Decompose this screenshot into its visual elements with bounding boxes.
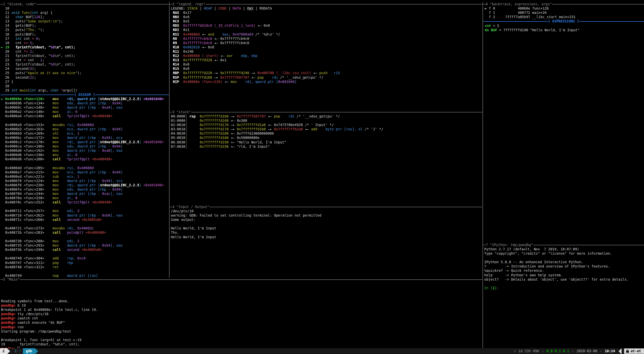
terminal-row: IPython 5.8.0 -- An enhanced Interactive… [484,260,629,264]
powerline-arrow-icon [619,348,622,354]
disasm-listing: ► 0x40068e <func+126> mov rdi, qword ptr… [1,97,164,278]
terminal-row: 22 cnt = cnt - 1; [1,58,81,62]
border-rule [533,245,644,245]
terminal-row: 0x4006a2 <func+146> mov al, 0 [1,110,164,114]
terminal-row: RSP 0x7fffffffd160 —▸ 0x7ffff7b97787 ◂— … [171,75,340,80]
terminal-row: RBP 0x7fffffffd220 —▸ 0x7fffffffd240 —▸ … [171,71,340,75]
terminal-row: R11 0x246 [171,49,340,54]
tmux-status-bar: 2 1 › gdb ↑ 1d 23h 49m ‹ 0.0 0.1 0.1 ‹ 2… [0,348,644,354]
terminal-row: 0x4006c2 <func+178> mov rdi, qword ptr [… [1,140,164,144]
pane-divider-right[interactable] [482,2,483,348]
terminal-row [1,222,164,226]
pane-header-label: 2 "legend, regs" [172,2,206,6]
terminal-row: pwndbg> cwatch cnt [1,316,98,320]
chevron-icon: › [19,348,23,354]
terminal-row: RAX 0x17 [171,11,340,15]
terminal-row: warning: GDB: Failed to set controlling … [171,213,321,218]
pane-legend-regs[interactable]: 2 "legend, regs" LEGEND: STACK | HEAP | … [169,0,483,110]
border-rule [36,4,169,5]
status-right: ↑ 1d 23h 49m ‹ 0.0 0.1 0.1 ‹ 2020-03-06 … [514,348,644,354]
pane-divider-left[interactable] [169,2,170,278]
terminal-row: RCX 0x5 [171,19,340,23]
terminal-row: 0x40072b <func+283> call puts@plt <0x400… [1,230,164,235]
separator-label: [ EXPRESSIONS ] [548,19,579,23]
hostname-badge: at-at [624,348,644,354]
terminal-row: 17 int cnt = 0; [1,37,81,41]
border-stub [1,279,3,280]
terminal-row: 0x4006bc <func+172> mov dword ptr [rbp -… [1,136,164,140]
terminal-row: help -> Python's own help system. [484,273,629,277]
terminal-row: 07:0038│ 0x7fffffffd198 ◂— "rld, I'm Inp… [171,144,383,149]
window-index[interactable]: 1 [13,348,19,354]
terminal-row [1,235,164,239]
separator-rule [483,21,548,22]
powerline-arrow-icon [7,348,10,354]
tmux-screen: 1 "disasm, code" 10 11 void func(int arg… [0,0,644,354]
terminal-row: 0x4006b9 <func+169> shl ecx, 1 [1,131,164,136]
session-badge[interactable]: 2 [0,348,7,354]
status-date: 2020-03-06 [577,349,597,353]
status-left: 2 1 › gdb [0,348,514,354]
pane-input-output[interactable]: 4 "Input / Output" /dev/pts/10warning: G… [169,205,483,277]
terminal-row: 27 } [1,80,81,84]
border-stub [483,245,486,245]
separator-expressions: [ EXPRESSIONS ] [483,19,644,23]
terminal-row: 12 char BUF[128]; [1,15,81,19]
load-average: 0.0 0.1 0.1 [546,349,569,353]
terminal-row: pwndbg> run [1,325,98,329]
pane-backtrace[interactable]: 6 "backtrace, expressions, args" ► f 0 4… [483,0,644,243]
ipython-listing: Python 2.7.17 (default, Nov 7 2019, 10:0… [484,247,629,290]
terminal-row: 0x400747 <func+311> pop rbp [1,261,164,265]
separator-disasm: [ DISASM ] [1,93,169,97]
terminal-row: 15 puts("Thx. "); [1,28,81,32]
border-rule [206,4,482,5]
gdb-console-listing: Reading symbols from test...done.pwndbg>… [1,299,98,351]
terminal-row: 14 gets(BUF); [1,23,81,28]
terminal-row: 23 fprintf(stdout, "%d\n", cnt); [1,62,81,67]
terminal-row: R8 0x7ffff7fcb4c0 ◂— 0x7ffff7fcb4c0 [171,37,340,41]
window-tab-gdb[interactable]: gdb [23,348,35,354]
terminal-row: 0x40071c <func+268> call second <0x4005a… [1,218,164,222]
terminal-row: 0x40070c <func+252> call fprintf@plt <0x… [1,200,164,204]
terminal-row: 29 int main(int argc, char *argv[]) [1,88,81,93]
pane-header-legend-regs: 2 "legend, regs" [170,2,482,6]
stack-listing: 00:0000│ rsp 0x7fffffffd160 —▸ 0x7ffff7b… [171,114,383,149]
pane-stack[interactable]: 3 "stack" 00:0000│ rsp 0x7fffffffd160 —▸… [169,110,483,205]
pane-ipython[interactable]: 7 "IPython: tmp/pwndbg" Python 2.7.17 (d… [483,243,644,348]
terminal-row: RDX 0x7ffff7dd18c0 (_IO_stdfile_1_lock) … [171,23,340,28]
terminal-row: Starting program: /tmp/pwndbg/test [1,329,98,334]
terminal-row: 0x4006a9 <func+153> movabs rsi, 0x40080d [1,123,164,127]
pane-main[interactable]: 5 "Main" Reading symbols from test...don… [0,277,483,348]
terminal-row: 01:0008│ 0x7fffffffd168 ◂— 0x380 [171,119,383,123]
border-rule [552,4,644,5]
terminal-row: f 2 7ffff7a05b97 __libc_start_main+231 [485,15,575,19]
terminal-row: 0x4006e7 <func+215> mov ecx, dword ptr [… [1,170,164,174]
terminal-row: 0x400711 <func+257> mov edi, 3 [1,209,164,213]
terminal-row: Some output: [171,218,321,222]
terminal-row: cnt = 5 [485,24,579,28]
terminal-row: Type "copyright", "credits" or "license"… [484,251,629,256]
terminal-row: 0x4006dd <func+205> movabs rsi, 0x40080d [1,166,164,170]
terminal-row: 0x4006d8 <func+200> call fprintf@plt <0x… [1,157,164,161]
terminal-row: R10 0x602010 ◂— 0x0 [171,45,340,49]
terminal-row: 05:0028│ 0x7fffffffd188 ◂— 0x50000000e [171,136,383,140]
terminal-row: pwndbg> b 19 [1,303,98,308]
terminal-row: Reading symbols from test...done. [1,299,98,303]
terminal-row: 0x400704 <func+244> mov dword ptr [rbp -… [1,192,164,196]
separator-chevron-icon: ‹ [600,349,602,353]
border-stub [483,4,486,5]
terminal-row: 25 puts("Again as it was so nice"); [1,71,81,75]
terminal-row: RBX 0x0 [171,15,340,19]
pane-disasm-code[interactable]: 1 "disasm, code" 10 11 void func(int arg… [0,0,169,277]
pane-header-main: 5 "Main" [1,277,482,282]
border-stub [170,4,172,5]
terminal-row: 20 cnt *= 2; [1,49,81,54]
terminal-row: R12 0x4004b0 (_start) ◂— xor ebp, ebp [171,54,340,58]
terminal-row: R14 0x0 [171,62,340,67]
terminal-row: 03:0018│ 0x7fffffffd178 —▸ 0x7fffffffd1b… [171,127,383,131]
terminal-row: 0x4006b3 <func+163> mov ecx, dword ptr [… [1,127,164,131]
terminal-row: R15 0x0 [171,67,340,71]
terminal-row: %quickref -> Quick reference. [484,269,629,273]
powerline-arrow-icon [35,348,38,354]
uptime-value: 1d 23h 49m [519,349,539,353]
